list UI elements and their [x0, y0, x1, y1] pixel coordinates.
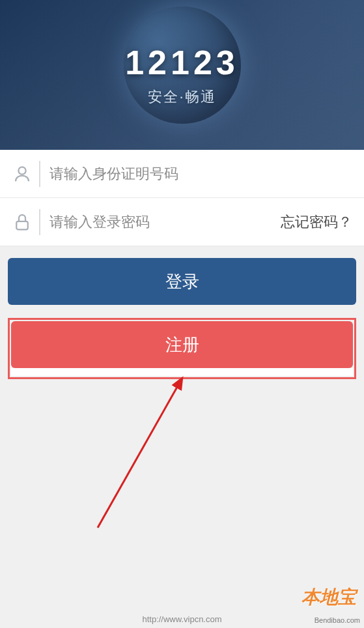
input-divider — [39, 209, 40, 235]
register-highlight: 注册 — [8, 318, 356, 379]
svg-line-3 — [98, 378, 182, 528]
app-banner: 12123 安全·畅通 — [0, 0, 364, 150]
login-form: 忘记密码？ — [0, 150, 364, 246]
user-icon — [12, 164, 33, 184]
svg-point-0 — [18, 167, 25, 174]
id-input-row — [0, 150, 364, 198]
lock-icon — [12, 212, 33, 233]
svg-rect-1 — [16, 221, 28, 229]
register-button[interactable]: 注册 — [11, 321, 353, 368]
banner-subtitle: 安全·畅通 — [148, 87, 216, 107]
input-divider — [39, 161, 40, 187]
watermark-domain: Bendibao.com — [315, 616, 360, 624]
forgot-password-link[interactable]: 忘记密码？ — [274, 212, 352, 232]
login-button[interactable]: 登录 — [8, 258, 356, 305]
register-spacer — [11, 368, 353, 376]
register-button-label: 注册 — [165, 334, 199, 356]
password-input[interactable] — [49, 198, 274, 246]
watermark-url: http://www.vipcn.com — [0, 613, 364, 625]
id-input[interactable] — [49, 150, 352, 197]
login-button-label: 登录 — [165, 270, 199, 293]
banner-title: 12123 — [125, 43, 239, 82]
password-input-row: 忘记密码？ — [0, 198, 364, 246]
watermark-logo: 本地宝 — [301, 585, 356, 610]
button-area: 登录 注册 — [0, 246, 364, 391]
